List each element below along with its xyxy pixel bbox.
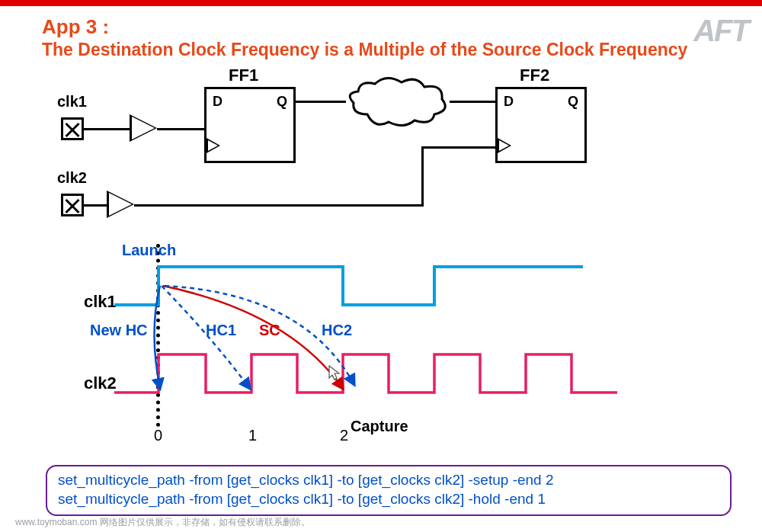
- sdc-line-2: set_multicycle_path -from [get_clocks cl…: [58, 490, 719, 509]
- capture-label: Capture: [351, 418, 408, 435]
- ff2-q-port: Q: [568, 94, 578, 110]
- slide-title: The Destination Clock Frequency is a Mul…: [42, 39, 716, 61]
- ff2-name: FF2: [520, 66, 549, 85]
- wire: [84, 204, 107, 207]
- ff1-d-port: D: [213, 94, 223, 110]
- sdc-line-1: set_multicycle_path -from [get_clocks cl…: [58, 471, 719, 490]
- clk1-label: clk1: [57, 93, 87, 111]
- clk1-buffer-icon: [130, 114, 157, 142]
- ff1-name: FF1: [229, 66, 258, 85]
- ff1-q-port: Q: [277, 94, 287, 110]
- wire: [134, 204, 424, 207]
- app-number: App 3 :: [42, 15, 716, 39]
- wire: [157, 128, 204, 130]
- slide-header: App 3 : The Destination Clock Frequency …: [42, 15, 716, 61]
- ff2-box: D Q: [495, 87, 587, 163]
- tick-1: 1: [248, 427, 257, 444]
- top-accent-bar: [0, 0, 762, 6]
- combinational-cloud-icon: [344, 76, 451, 130]
- tick-2: 2: [340, 427, 348, 444]
- timing-diagram: Launch clk1 New HC HC1 SC HC2 clk2 0 1 2…: [61, 244, 671, 450]
- ff-clock-icon: [207, 138, 220, 153]
- ff1-box: D Q: [204, 87, 296, 163]
- clk2-source-icon: [61, 194, 84, 216]
- launch-label: Launch: [122, 242, 176, 259]
- mouse-cursor-icon: [328, 364, 341, 381]
- clk2-label: clk2: [57, 169, 87, 187]
- timing-arrows: [114, 263, 442, 396]
- clk1-source-icon: [61, 117, 84, 140]
- tick-0: 0: [154, 427, 162, 444]
- timing-clk2-label: clk2: [84, 373, 117, 393]
- ff2-d-port: D: [504, 94, 514, 110]
- sdc-command-box: set_multicycle_path -from [get_clocks cl…: [46, 465, 732, 516]
- footer-watermark: www.toymoban.com 网络图片仅供展示，非存储，如有侵权请联系删除。: [15, 516, 310, 529]
- wire: [296, 101, 346, 103]
- wire: [421, 146, 424, 207]
- wire: [84, 128, 130, 130]
- ff-clock-icon: [498, 138, 511, 153]
- wire: [450, 101, 495, 103]
- timing-clk1-label: clk1: [84, 292, 117, 312]
- wire: [421, 146, 495, 149]
- circuit-diagram: clk1 FF1 D Q FF2 D Q clk2: [61, 70, 640, 238]
- clk2-buffer-icon: [107, 191, 134, 218]
